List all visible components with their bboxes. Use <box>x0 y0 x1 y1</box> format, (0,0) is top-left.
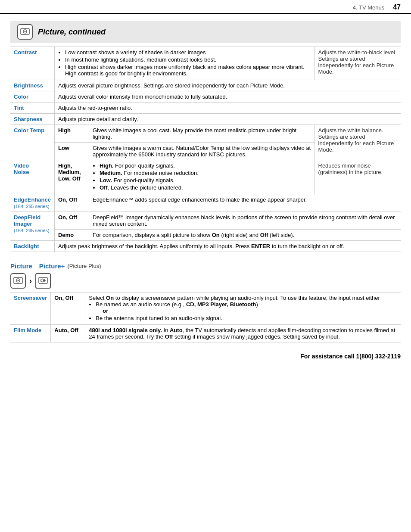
contrast-desc: Low contrast shows a variety of shades i… <box>54 47 314 80</box>
deepfield-onoff-row: DeepFieldImager(164, 265 series) On, Off… <box>10 212 401 230</box>
section-icon <box>17 24 33 40</box>
contrast-label: Contrast <box>10 47 54 80</box>
picture-plus-icon-box <box>35 273 51 289</box>
pp-settings-table: Screensaver On, Off Select On to display… <box>10 292 401 342</box>
screensaver-row: Screensaver On, Off Select On to display… <box>10 292 401 325</box>
color-temp-label: Color Temp <box>10 125 54 160</box>
tint-desc: Adjusts the red-to-green ratio. <box>54 103 401 114</box>
vn-bullet-1: High. For poor-quality signals. <box>100 162 311 169</box>
picture-icon-svg <box>13 276 23 286</box>
backlight-row: Backlight Adjusts peak brightness of the… <box>10 241 401 252</box>
film-mode-row: Film Mode Auto, Off 480i and 1080i signa… <box>10 325 401 342</box>
sharpness-desc: Adjusts picture detail and clarity. <box>54 114 401 125</box>
color-desc: Adjusts overall color intensity from mon… <box>54 91 401 103</box>
footer-text: For assistance call 1(800) 332-2119 <box>300 353 401 360</box>
color-temp-high-sublabel: High <box>54 125 89 143</box>
tint-label: Tint <box>10 103 54 114</box>
deepfield-demo-row: Demo For comparison, displays a split pi… <box>10 230 401 241</box>
contrast-row: Contrast Low contrast shows a variety of… <box>10 47 401 80</box>
brightness-label: Brightness <box>10 80 54 91</box>
contrast-bullets: Low contrast shows a variety of shades i… <box>58 49 311 77</box>
deepfield-onoff-sublabel: On, Off <box>54 212 89 230</box>
main-settings-table: Contrast Low contrast shows a variety of… <box>10 47 401 252</box>
brightness-desc: Adjusts overall picture brightness. Sett… <box>54 80 401 91</box>
picture-plus-section: Picture Picture+ (Picture Plus) › <box>10 262 401 342</box>
pp-label2: Picture+ <box>39 262 65 270</box>
contrast-side-note: Adjusts the white-to-black levelSettings… <box>314 47 401 80</box>
film-mode-sublabel: Auto, Off <box>51 325 85 342</box>
video-noise-label: VideoNoise <box>10 160 54 194</box>
contrast-bullet-3: High contrast shows darker images more u… <box>65 64 311 77</box>
color-temp-high-row: Color Temp High Gives white images a coo… <box>10 125 401 143</box>
ss-bullet-1: Be named as an audio source (e.g., CD, M… <box>96 301 397 314</box>
film-mode-label: Film Mode <box>10 325 51 342</box>
sharpness-row: Sharpness Adjusts picture detail and cla… <box>10 114 401 125</box>
backlight-label: Backlight <box>10 241 54 252</box>
sharpness-label: Sharpness <box>10 114 54 125</box>
edge-enhance-row: EdgeEnhance(164, 265 series) On, Off Edg… <box>10 194 401 212</box>
brightness-row: Brightness Adjusts overall picture brigh… <box>10 80 401 91</box>
screensaver-sublabel: On, Off <box>51 292 85 325</box>
contrast-bullet-1: Low contrast shows a variety of shades i… <box>65 49 311 56</box>
film-mode-desc: 480i and 1080i signals only. In Auto, th… <box>85 325 401 342</box>
screensaver-label: Screensaver <box>10 292 51 325</box>
video-noise-desc: High. For poor-quality signals. Medium. … <box>89 160 314 194</box>
backlight-desc: Adjusts peak brightness of the backlight… <box>54 241 401 252</box>
section-header: Picture, continued <box>10 21 401 43</box>
svg-point-2 <box>25 31 26 32</box>
edge-enhance-sublabel: On, Off <box>54 194 89 212</box>
color-temp-high-desc: Gives white images a cool cast. May prov… <box>89 125 314 143</box>
page-number: 47 <box>393 3 401 11</box>
page-footer: For assistance call 1(800) 332-2119 <box>0 342 411 363</box>
color-temp-low-sublabel: Low <box>54 143 89 160</box>
contrast-bullet-2: In most home lighting situations, medium… <box>65 56 311 63</box>
screensaver-bullets: Be named as an audio source (e.g., CD, M… <box>89 301 397 321</box>
deepfield-onoff-desc: DeepField™ Imager dynamically enhances b… <box>89 212 401 230</box>
picture-icon-box <box>10 273 26 289</box>
picture-icon <box>20 27 30 37</box>
arrow-icon: › <box>29 277 32 286</box>
section-title: Picture, continued <box>38 28 106 37</box>
pp-note: (Picture Plus) <box>67 263 101 269</box>
pp-icons: › <box>10 273 401 289</box>
pp-label1: Picture <box>10 262 32 270</box>
screensaver-desc: Select On to display a screensaver patte… <box>85 292 401 325</box>
color-label: Color <box>10 91 54 103</box>
edge-enhance-desc: EdgeEnhance™ adds special edge enhanceme… <box>89 194 401 212</box>
video-noise-row: VideoNoise High,Medium,Low, Off High. Fo… <box>10 160 401 194</box>
picture-plus-icon-svg <box>38 276 48 286</box>
page-header: 4. TV Menus 47 <box>0 0 411 14</box>
deepfield-demo-desc: For comparison, displays a split picture… <box>89 230 401 241</box>
video-noise-sublabel: High,Medium,Low, Off <box>54 160 89 194</box>
vn-bullet-3: Low. For good-quality signals. <box>100 177 311 184</box>
tint-row: Tint Adjusts the red-to-green ratio. <box>10 103 401 114</box>
color-temp-side-note: Adjusts the white balance. Settings are … <box>314 125 401 160</box>
edge-enhance-label: EdgeEnhance(164, 265 series) <box>10 194 54 212</box>
color-temp-low-desc: Gives white images a warm cast. Natural/… <box>89 143 314 160</box>
chapter-title: 4. TV Menus <box>353 4 384 11</box>
deepfield-label: DeepFieldImager(164, 265 series) <box>10 212 54 241</box>
svg-point-5 <box>18 280 19 281</box>
main-content: Contrast Low contrast shows a variety of… <box>10 47 401 252</box>
video-noise-side-note: Reduces minor noise (graininess) in the … <box>314 160 401 194</box>
vn-bullet-4: Off. Leaves the picture unaltered. <box>100 184 311 191</box>
pp-header: Picture Picture+ (Picture Plus) <box>10 262 401 270</box>
ss-bullet-2: Be the antenna input tuned to an audio-o… <box>96 315 397 321</box>
video-noise-bullets: High. For poor-quality signals. Medium. … <box>93 162 311 191</box>
color-row: Color Adjusts overall color intensity fr… <box>10 91 401 103</box>
deepfield-demo-sublabel: Demo <box>54 230 89 241</box>
vn-bullet-2: Medium. For moderate noise reduction. <box>100 170 311 176</box>
